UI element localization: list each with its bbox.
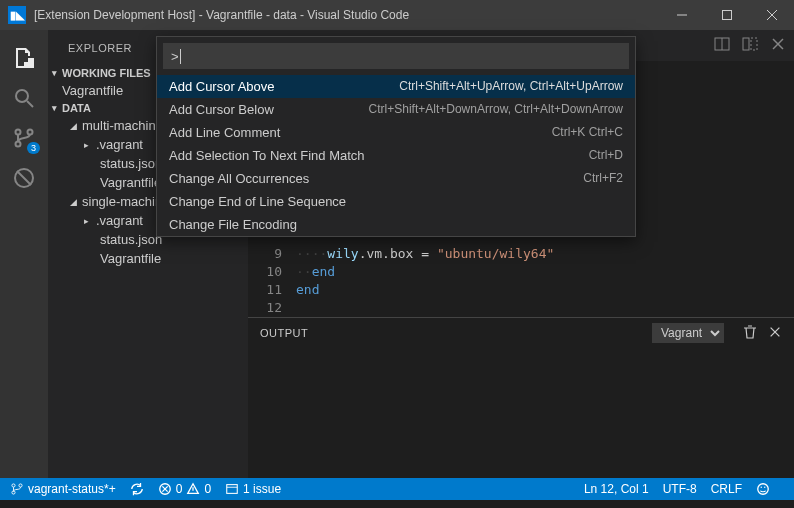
problems-status[interactable]: 0 0 [158,482,211,496]
window-controls [659,0,794,30]
line-number: 12 [248,299,282,317]
chevron-down-icon: ▾ [52,68,62,78]
encoding-label: UTF-8 [663,482,697,496]
chevron-down-icon: ◢ [70,121,80,131]
issues-label: 1 issue [243,482,281,496]
chevron-right-icon: ▸ [84,216,94,226]
svg-point-21 [19,484,22,487]
branch-name: vagrant-status*+ [28,482,116,496]
file-label: Vagrantfile [100,175,161,190]
split-editor-icon[interactable] [714,36,730,55]
text-cursor [180,49,181,64]
line-number: 11 [248,281,282,299]
command-item[interactable]: Add Cursor AboveCtrl+Shift+Alt+UpArrow, … [157,75,635,98]
close-panel-icon[interactable] [768,325,782,341]
working-file-label: Vagrantfile [62,83,123,98]
svg-point-7 [16,142,21,147]
statusbar: vagrant-status*+ 0 0 1 issue Ln 12, Col … [0,478,794,500]
svg-point-28 [758,484,769,495]
svg-rect-26 [227,485,238,494]
minimize-button[interactable] [659,0,704,30]
output-label: OUTPUT [260,327,308,339]
file-item[interactable]: Vagrantfile [58,249,248,268]
command-item[interactable]: Add Selection To Next Find MatchCtrl+D [157,144,635,167]
command-label: Add Cursor Below [169,102,369,117]
search-icon [12,86,36,110]
close-editor-icon[interactable] [770,36,786,55]
activity-search[interactable] [0,78,48,118]
command-label: Add Cursor Above [169,79,399,94]
command-label: Add Line Comment [169,125,552,140]
svg-line-5 [27,101,33,107]
activity-git[interactable]: 3 [0,118,48,158]
project-label: DATA [62,102,91,114]
svg-point-8 [28,130,33,135]
command-item[interactable]: Change End of Line Sequence [157,190,635,213]
svg-rect-13 [743,38,749,50]
command-prefix: > [171,49,179,64]
command-item[interactable]: Add Line CommentCtrl+K Ctrl+C [157,121,635,144]
encoding-status[interactable]: UTF-8 [663,482,697,496]
vscode-app-icon: ▮◣ [8,6,26,24]
smiley-icon [756,482,770,496]
debug-icon [12,166,36,190]
files-icon [12,46,36,70]
svg-rect-14 [751,38,757,50]
command-label: Change File Encoding [169,217,623,232]
command-input[interactable]: > [163,43,629,69]
cursor-position[interactable]: Ln 12, Col 1 [584,482,649,496]
command-list: Add Cursor AboveCtrl+Shift+Alt+UpArrow, … [157,75,635,236]
folder-label: multi-machine [82,118,163,133]
command-shortcut: Ctrl+Shift+Alt+UpArrow, Ctrl+Alt+UpArrow [399,79,623,94]
svg-point-4 [16,90,28,102]
sync-status[interactable] [130,482,144,496]
command-item[interactable]: Change All OccurrencesCtrl+F2 [157,167,635,190]
activity-explorer[interactable] [0,38,48,78]
output-channel-select[interactable]: Vagrant [652,323,724,343]
output-panel: OUTPUT Vagrant [248,317,794,478]
file-label: Vagrantfile [100,251,161,266]
svg-line-10 [17,171,31,185]
error-count: 0 [176,482,183,496]
command-item[interactable]: Add Cursor BelowCtrl+Shift+Alt+DownArrow… [157,98,635,121]
working-files-label: WORKING FILES [62,67,151,79]
issues-icon [225,482,239,496]
eol-status[interactable]: CRLF [711,482,742,496]
close-button[interactable] [749,0,794,30]
position-label: Ln 12, Col 1 [584,482,649,496]
output-header: OUTPUT Vagrant [248,318,794,348]
command-item[interactable]: Change File Encoding [157,213,635,236]
file-label: status.json [100,232,162,247]
folder-label: .vagrant [96,137,143,152]
issues-status[interactable]: 1 issue [225,482,281,496]
command-label: Add Selection To Next Find Match [169,148,589,163]
svg-point-6 [16,130,21,135]
chevron-down-icon: ▾ [52,103,62,113]
folder-label: .vagrant [96,213,143,228]
activity-debug[interactable] [0,158,48,198]
command-label: Change All Occurrences [169,171,583,186]
feedback-status[interactable] [756,482,770,496]
command-shortcut: Ctrl+K Ctrl+C [552,125,623,140]
file-label: status.json [100,156,162,171]
line-number: 9 [248,245,282,263]
activity-bar: 3 [0,30,48,478]
window-title: [Extension Development Host] - Vagrantfi… [34,8,659,22]
command-shortcut: Ctrl+F2 [583,171,623,186]
command-palette: > Add Cursor AboveCtrl+Shift+Alt+UpArrow… [156,36,636,237]
maximize-button[interactable] [704,0,749,30]
svg-rect-1 [722,11,731,20]
warning-count: 0 [204,482,211,496]
eol-label: CRLF [711,482,742,496]
clear-output-icon[interactable] [742,324,758,342]
titlebar: ▮◣ [Extension Development Host] - Vagran… [0,0,794,30]
svg-point-19 [12,484,15,487]
chevron-down-icon: ◢ [70,197,80,207]
sync-icon [130,482,144,496]
open-changes-icon[interactable] [742,36,758,55]
git-badge: 3 [27,142,40,154]
command-label: Change End of Line Sequence [169,194,623,209]
chevron-right-icon: ▸ [84,140,94,150]
git-branch-status[interactable]: vagrant-status*+ [10,482,116,496]
line-number: 10 [248,263,282,281]
